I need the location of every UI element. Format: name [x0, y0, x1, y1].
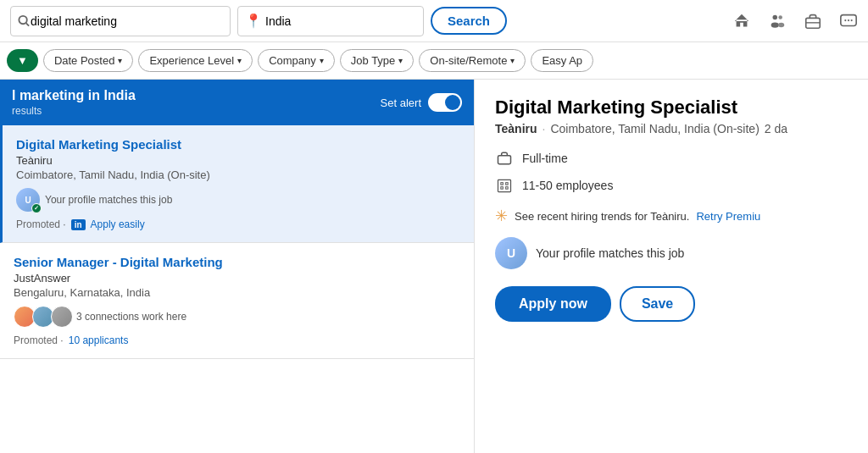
- briefcase-nav-icon[interactable]: [804, 12, 822, 30]
- search-results-subtitle: results: [12, 105, 136, 117]
- left-header-info: l marketing in India results: [12, 88, 136, 117]
- briefcase-detail-icon: [495, 149, 514, 168]
- job-title-2[interactable]: Senior Manager - Digital Marketing: [14, 255, 460, 269]
- job-meta-2: Promoted · 10 applicants: [14, 334, 460, 346]
- job-card-2[interactable]: Senior Manager - Digital Marketing JustA…: [0, 243, 474, 359]
- svg-point-3: [778, 15, 782, 19]
- job-detail-meta: Teàniru · Coimbatore, Tamil Nadu, India …: [495, 122, 848, 135]
- location-box[interactable]: 📍: [237, 6, 424, 36]
- home-icon: [732, 12, 751, 30]
- linkedin-icon-1: in: [71, 219, 86, 230]
- svg-rect-16: [501, 187, 504, 190]
- left-panel-header: l marketing in India results Set alert: [0, 80, 474, 125]
- job-card-1[interactable]: Digital Marketing Specialist Teàniru Coi…: [0, 125, 474, 243]
- retry-premium-link[interactable]: Retry Premiu: [696, 210, 760, 223]
- home-nav-icon[interactable]: [732, 12, 751, 30]
- main-content: l marketing in India results Set alert D…: [0, 80, 868, 453]
- action-buttons: Apply now Save: [495, 286, 848, 322]
- svg-point-5: [778, 22, 784, 27]
- search-icon: [18, 14, 31, 28]
- detail-posted: 2 da: [765, 122, 787, 135]
- top-nav: 📍 Search: [0, 0, 868, 42]
- detail-company: Teàniru: [495, 122, 537, 135]
- toggle-knob: [445, 95, 460, 110]
- svg-point-11: [851, 19, 853, 20]
- left-panel: l marketing in India results Set alert D…: [0, 80, 475, 453]
- hiring-trends-text: See recent hiring trends for Teàniru.: [515, 210, 689, 223]
- connections-text: 3 connections work here: [76, 311, 186, 323]
- connections-row: 3 connections work here: [14, 306, 460, 328]
- employment-type-row: Full-time: [495, 149, 848, 168]
- job-company-1: Teàniru: [16, 154, 460, 167]
- people-nav-icon[interactable]: [768, 12, 787, 30]
- building-detail-icon: [495, 176, 514, 195]
- job-title-1[interactable]: Digital Marketing Specialist: [16, 137, 460, 152]
- svg-point-2: [773, 14, 778, 19]
- job-type-filter[interactable]: Job Type ▾: [340, 49, 415, 72]
- dot-separator: ·: [542, 122, 546, 135]
- messages-nav-icon[interactable]: [839, 12, 858, 30]
- search-box[interactable]: [10, 6, 231, 36]
- svg-point-4: [771, 22, 779, 27]
- filters-bar: ▼ Date Posted ▾ Experience Level ▾ Compa…: [0, 42, 868, 80]
- svg-rect-15: [506, 183, 509, 185]
- svg-point-10: [848, 19, 849, 20]
- svg-rect-13: [498, 180, 511, 191]
- promoted-label-2: Promoted ·: [14, 334, 64, 346]
- location-pin-icon: 📍: [245, 13, 262, 29]
- chevron-icon: ▾: [118, 56, 122, 65]
- save-button[interactable]: Save: [620, 286, 695, 322]
- right-panel: Digital Marketing Specialist Teàniru · C…: [475, 80, 868, 453]
- job-meta-1: Promoted · in Apply easily: [16, 218, 460, 230]
- location-input[interactable]: [265, 14, 416, 28]
- set-alert-area[interactable]: Set alert: [381, 93, 462, 112]
- search-results-title: l marketing in India: [12, 88, 136, 103]
- conn-avatar-3: [51, 306, 73, 328]
- sun-icon: ✳: [495, 207, 508, 225]
- company-size-row: 11-50 employees: [495, 176, 848, 195]
- alert-toggle[interactable]: [428, 93, 462, 112]
- chevron-icon: ▾: [320, 56, 324, 65]
- svg-point-0: [19, 15, 26, 23]
- job-location-1: Coimbatore, Tamil Nadu, India (On-site): [16, 168, 460, 181]
- profile-match-1: U ✓ Your profile matches this job: [16, 188, 460, 212]
- set-alert-label: Set alert: [381, 97, 421, 109]
- active-filter-icon: ▼: [17, 54, 28, 67]
- apply-now-button[interactable]: Apply now: [495, 286, 611, 322]
- onsite-remote-filter[interactable]: On-site/Remote ▾: [419, 49, 526, 72]
- experience-level-filter[interactable]: Experience Level ▾: [138, 49, 253, 72]
- avatar-1: U ✓: [16, 188, 40, 212]
- company-filter[interactable]: Company ▾: [258, 49, 335, 72]
- active-filter-button[interactable]: ▼: [7, 49, 38, 72]
- profile-match-detail: U Your profile matches this job: [495, 237, 848, 269]
- nav-icons: [732, 12, 858, 30]
- people-icon: [768, 12, 787, 30]
- svg-rect-12: [498, 156, 511, 164]
- detail-rows: Full-time 11-50 employees: [495, 149, 848, 195]
- svg-rect-17: [506, 187, 509, 190]
- briefcase-icon: [804, 12, 822, 30]
- hiring-trends-row: ✳ See recent hiring trends for Teàniru. …: [495, 207, 848, 225]
- search-input[interactable]: [31, 14, 223, 28]
- check-badge-1: ✓: [31, 203, 42, 213]
- messages-icon: [839, 12, 858, 30]
- chevron-icon: ▾: [398, 56, 403, 65]
- applicants-link[interactable]: 10 applicants: [69, 334, 129, 346]
- job-company-2: JustAnswer: [14, 272, 460, 285]
- apply-easily-label[interactable]: Apply easily: [91, 218, 145, 230]
- employment-type-label: Full-time: [522, 152, 568, 165]
- chevron-icon: ▾: [510, 56, 515, 65]
- promoted-label-1: Promoted ·: [16, 218, 66, 230]
- job-detail-title: Digital Marketing Specialist: [495, 97, 848, 119]
- date-posted-filter[interactable]: Date Posted ▾: [43, 49, 134, 72]
- svg-line-1: [26, 23, 29, 25]
- search-button[interactable]: Search: [431, 7, 507, 35]
- svg-rect-14: [501, 183, 504, 185]
- svg-point-9: [844, 19, 846, 20]
- detail-location: Coimbatore, Tamil Nadu, India (On-site): [550, 122, 759, 135]
- match-text-detail: Your profile matches this job: [536, 246, 684, 260]
- job-location-2: Bengaluru, Karnataka, India: [14, 286, 460, 299]
- chevron-icon: ▾: [237, 56, 242, 65]
- avatar-detail: U: [495, 237, 527, 269]
- easy-apply-filter[interactable]: Easy Ap: [531, 49, 593, 72]
